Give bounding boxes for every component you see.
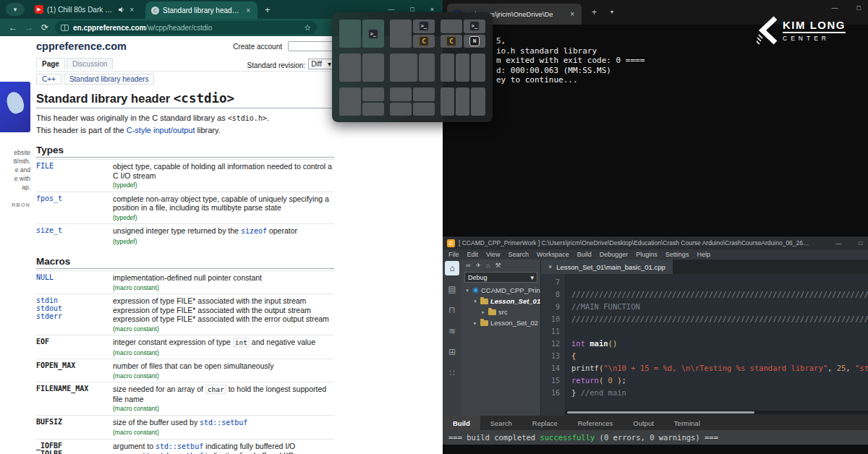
carbon-ad[interactable]: ebsite8/mth.e ande withap. RBON: [0, 82, 33, 208]
create-account-link[interactable]: Create account: [233, 43, 282, 51]
snap-zone[interactable]: >_: [362, 20, 384, 48]
tree-item-ccamd_cpp_prin[interactable]: ▾CCAMD_CPP_Prin: [461, 285, 540, 296]
browser-tab-cppreference[interactable]: C Standard library header <cstdio ×: [145, 1, 258, 19]
code-editor[interactable]: ////////////////////////////////////////…: [566, 274, 868, 416]
menu-plugins[interactable]: Plugins: [636, 251, 658, 258]
snap-zone[interactable]: [419, 53, 435, 82]
reload-button[interactable]: ⟳: [39, 22, 51, 33]
new-terminal-tab-button[interactable]: +: [592, 7, 597, 17]
back-button[interactable]: ←: [7, 22, 19, 33]
forward-button[interactable]: →: [23, 22, 35, 33]
snap-zone[interactable]: [471, 53, 485, 82]
breadcrumb-headers[interactable]: Standard library headers: [64, 74, 155, 85]
snap-layout-option-8[interactable]: [390, 87, 435, 116]
symbol-name[interactable]: stderr: [36, 312, 113, 320]
tab-discussion[interactable]: Discussion: [67, 58, 113, 69]
tab-search-button[interactable]: ▾: [6, 3, 25, 16]
snap-zone[interactable]: [413, 103, 435, 116]
maximize-button[interactable]: □: [857, 4, 861, 12]
send-icon[interactable]: ✈: [475, 262, 481, 269]
snap-zone[interactable]: C: [441, 35, 462, 48]
tree-item-src[interactable]: ▸src: [461, 307, 540, 317]
snap-zone[interactable]: >_: [413, 20, 435, 33]
snap-zone[interactable]: [456, 87, 469, 116]
bookmark-star-icon[interactable]: ☆: [304, 23, 311, 33]
close-tab-icon[interactable]: ×: [128, 6, 135, 14]
snap-layout-option-6[interactable]: [441, 53, 485, 82]
collapse-home-icon[interactable]: ⌂: [486, 262, 490, 269]
snap-zone[interactable]: [339, 20, 361, 48]
new-tab-button[interactable]: +: [265, 4, 271, 15]
snap-layout-option-4[interactable]: [339, 53, 384, 82]
symbol-name[interactable]: size_t: [36, 226, 113, 234]
snap-zone[interactable]: [441, 53, 454, 82]
inline-code-link[interactable]: sizeof: [241, 227, 267, 235]
bottom-tab-build[interactable]: Build: [443, 416, 480, 430]
terminal-dropdown-icon[interactable]: ▾: [610, 9, 613, 15]
tab-page[interactable]: Page: [36, 58, 65, 69]
inline-code-link[interactable]: std::setbuf: [200, 419, 247, 427]
link-editor-icon[interactable]: ∞: [466, 262, 470, 269]
refactor-icon[interactable]: ∷: [445, 366, 459, 380]
breadcrumb-cpp[interactable]: C++: [36, 74, 61, 85]
audio-speaker-icon[interactable]: [119, 7, 124, 13]
menu-search[interactable]: Search: [508, 251, 529, 258]
tree-item-lesson_set_02[interactable]: ▸Lesson_Set_02: [461, 317, 540, 328]
hierarchy-icon[interactable]: ⊞: [445, 345, 459, 359]
layers-icon[interactable]: ≋: [445, 324, 459, 338]
snap-layout-option-3[interactable]: >_CN: [441, 20, 485, 48]
snap-layout-option-2[interactable]: >_C: [390, 20, 435, 48]
minimize-button[interactable]: —: [832, 4, 838, 12]
snap-zone[interactable]: [456, 53, 469, 82]
menu-help[interactable]: Help: [697, 251, 710, 258]
bottom-tab-terminal[interactable]: Terminal: [664, 416, 710, 430]
snap-zone[interactable]: [362, 53, 384, 82]
snap-zone[interactable]: [390, 87, 412, 101]
menu-file[interactable]: File: [448, 251, 459, 258]
snap-zone[interactable]: C: [413, 35, 435, 48]
menu-settings[interactable]: Settings: [665, 251, 689, 258]
inline-code-link[interactable]: std::setbuf: [156, 442, 203, 450]
snap-zone[interactable]: [362, 103, 384, 116]
build-config-select[interactable]: Debug ▾: [464, 272, 537, 283]
menu-view[interactable]: View: [486, 251, 500, 258]
snap-zone[interactable]: [390, 53, 417, 82]
snap-zone[interactable]: [390, 103, 412, 116]
bottom-tab-search[interactable]: Search: [480, 416, 522, 430]
snap-zone[interactable]: [362, 87, 384, 101]
snap-layout-option-7[interactable]: [339, 87, 384, 116]
ad-image[interactable]: [0, 82, 30, 132]
editor-tab[interactable]: × Lesson_Set_01\main_basic_01.cpp: [541, 260, 673, 274]
snap-zone[interactable]: >_: [464, 20, 485, 33]
folder-icon[interactable]: ▤: [445, 282, 459, 296]
browser-tab-youtube[interactable]: ▶ (1) Chill 80s Dark Fantas ×: [29, 1, 141, 18]
expand-chevron-icon[interactable]: ▸: [472, 320, 478, 326]
symbol-name[interactable]: stdout: [36, 304, 113, 312]
scrollbar-thumb[interactable]: [567, 411, 754, 414]
snap-layout-option-5[interactable]: [390, 53, 435, 82]
site-search-input[interactable]: [288, 41, 334, 51]
snap-zone[interactable]: [390, 20, 412, 48]
menu-debugger[interactable]: Debugger: [600, 251, 629, 258]
bottom-tab-replace[interactable]: Replace: [522, 416, 568, 430]
build-settings-icon[interactable]: ⚒: [495, 262, 501, 269]
bottom-tab-output[interactable]: Output: [623, 416, 664, 430]
horizontal-scrollbar[interactable]: [566, 411, 868, 414]
site-info-icon[interactable]: [61, 25, 69, 31]
outline-icon[interactable]: ⊓: [445, 303, 459, 317]
bottom-tab-references[interactable]: References: [568, 416, 624, 430]
address-bar[interactable]: en.cppreference.com/w/cpp/header/cstdio …: [55, 21, 317, 34]
expand-chevron-icon[interactable]: ▸: [480, 309, 486, 315]
maximize-button[interactable]: □: [859, 240, 862, 247]
expand-chevron-icon[interactable]: ▾: [472, 299, 478, 304]
close-file-icon[interactable]: ×: [548, 263, 552, 270]
snap-zone[interactable]: [441, 87, 454, 116]
minimize-button[interactable]: —: [835, 240, 841, 247]
symbol-name[interactable]: NULL: [36, 273, 113, 281]
expand-chevron-icon[interactable]: ▾: [464, 288, 470, 294]
snap-zone[interactable]: N: [464, 35, 485, 48]
snap-layout-option-9[interactable]: [441, 87, 485, 116]
inline-link[interactable]: C-style input/output: [127, 126, 195, 134]
snap-layout-option-1[interactable]: >_: [339, 20, 384, 48]
close-tab-icon[interactable]: ×: [244, 7, 252, 14]
